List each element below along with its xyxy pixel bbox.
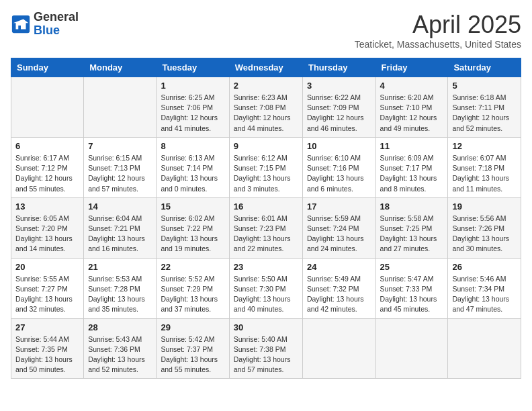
day-info: Sunrise: 6:02 AM Sunset: 7:22 PM Dayligh… — [161, 214, 224, 255]
calendar-cell: 30Sunrise: 5:40 AM Sunset: 7:38 PM Dayli… — [229, 318, 302, 379]
calendar-week-4: 20Sunrise: 5:55 AM Sunset: 7:27 PM Dayli… — [11, 258, 521, 318]
calendar-cell: 19Sunrise: 5:56 AM Sunset: 7:26 PM Dayli… — [448, 197, 521, 258]
day-number: 3 — [307, 81, 371, 91]
logo-blue-text: Blue — [34, 24, 79, 38]
day-number: 6 — [15, 141, 79, 151]
day-number: 5 — [452, 81, 517, 91]
calendar-cell: 27Sunrise: 5:44 AM Sunset: 7:35 PM Dayli… — [11, 318, 84, 379]
day-number: 30 — [234, 322, 298, 332]
calendar-cell: 10Sunrise: 6:10 AM Sunset: 7:16 PM Dayli… — [302, 137, 375, 197]
calendar-cell: 13Sunrise: 6:05 AM Sunset: 7:20 PM Dayli… — [11, 197, 84, 258]
header-day-tuesday: Tuesday — [157, 58, 229, 77]
day-number: 13 — [15, 201, 79, 212]
logo-general-text: General — [34, 11, 79, 24]
calendar-cell: 23Sunrise: 5:50 AM Sunset: 7:30 PM Dayli… — [229, 258, 302, 318]
day-number: 26 — [452, 262, 517, 272]
day-info: Sunrise: 5:40 AM Sunset: 7:38 PM Dayligh… — [234, 334, 298, 375]
day-number: 29 — [161, 322, 224, 332]
calendar-week-2: 6Sunrise: 6:17 AM Sunset: 7:12 PM Daylig… — [11, 137, 521, 197]
header-day-monday: Monday — [84, 58, 157, 77]
calendar-cell: 26Sunrise: 5:46 AM Sunset: 7:34 PM Dayli… — [448, 258, 521, 318]
day-number: 17 — [307, 201, 371, 212]
day-number: 23 — [234, 262, 298, 272]
calendar-cell — [375, 318, 448, 379]
calendar-cell: 7Sunrise: 6:15 AM Sunset: 7:13 PM Daylig… — [84, 137, 157, 197]
calendar-cell: 6Sunrise: 6:17 AM Sunset: 7:12 PM Daylig… — [11, 137, 84, 197]
day-number: 11 — [380, 141, 444, 151]
day-number: 15 — [161, 201, 224, 212]
day-number: 19 — [452, 201, 517, 212]
day-info: Sunrise: 5:46 AM Sunset: 7:34 PM Dayligh… — [452, 274, 517, 315]
day-info: Sunrise: 6:22 AM Sunset: 7:09 PM Dayligh… — [307, 93, 371, 134]
day-info: Sunrise: 6:07 AM Sunset: 7:18 PM Dayligh… — [452, 153, 517, 194]
day-info: Sunrise: 5:43 AM Sunset: 7:36 PM Dayligh… — [88, 334, 152, 375]
calendar-week-1: 1Sunrise: 6:25 AM Sunset: 7:06 PM Daylig… — [11, 77, 521, 138]
day-info: Sunrise: 6:18 AM Sunset: 7:11 PM Dayligh… — [452, 93, 517, 134]
header-day-friday: Friday — [375, 58, 448, 77]
calendar-cell: 29Sunrise: 5:42 AM Sunset: 7:37 PM Dayli… — [157, 318, 229, 379]
day-info: Sunrise: 5:49 AM Sunset: 7:32 PM Dayligh… — [307, 274, 371, 315]
calendar-cell: 28Sunrise: 5:43 AM Sunset: 7:36 PM Dayli… — [84, 318, 157, 379]
calendar-cell: 14Sunrise: 6:04 AM Sunset: 7:21 PM Dayli… — [84, 197, 157, 258]
header-row: SundayMondayTuesdayWednesdayThursdayFrid… — [11, 58, 521, 77]
day-number: 4 — [380, 81, 444, 91]
day-info: Sunrise: 6:12 AM Sunset: 7:15 PM Dayligh… — [234, 153, 298, 194]
day-number: 7 — [88, 141, 152, 151]
calendar-cell: 5Sunrise: 6:18 AM Sunset: 7:11 PM Daylig… — [448, 77, 521, 138]
day-info: Sunrise: 6:01 AM Sunset: 7:23 PM Dayligh… — [234, 214, 298, 255]
logo-text: General Blue — [34, 11, 79, 38]
location-text: Teaticket, Massachusetts, United States — [355, 39, 521, 50]
day-info: Sunrise: 6:10 AM Sunset: 7:16 PM Dayligh… — [307, 153, 371, 194]
day-info: Sunrise: 5:56 AM Sunset: 7:26 PM Dayligh… — [452, 214, 517, 255]
calendar-cell: 25Sunrise: 5:47 AM Sunset: 7:33 PM Dayli… — [375, 258, 448, 318]
day-info: Sunrise: 6:20 AM Sunset: 7:10 PM Dayligh… — [380, 93, 444, 134]
calendar-cell: 12Sunrise: 6:07 AM Sunset: 7:18 PM Dayli… — [448, 137, 521, 197]
calendar-cell: 17Sunrise: 5:59 AM Sunset: 7:24 PM Dayli… — [302, 197, 375, 258]
page-header: General Blue April 2025 Teaticket, Massa… — [11, 11, 521, 50]
day-info: Sunrise: 5:58 AM Sunset: 7:25 PM Dayligh… — [380, 214, 444, 255]
day-number: 14 — [88, 201, 152, 212]
day-number: 12 — [452, 141, 517, 151]
calendar-cell: 24Sunrise: 5:49 AM Sunset: 7:32 PM Dayli… — [302, 258, 375, 318]
calendar-week-3: 13Sunrise: 6:05 AM Sunset: 7:20 PM Dayli… — [11, 197, 521, 258]
calendar-cell: 18Sunrise: 5:58 AM Sunset: 7:25 PM Dayli… — [375, 197, 448, 258]
logo: General Blue — [11, 11, 79, 38]
day-info: Sunrise: 5:59 AM Sunset: 7:24 PM Dayligh… — [307, 214, 371, 255]
day-info: Sunrise: 6:13 AM Sunset: 7:14 PM Dayligh… — [161, 153, 224, 194]
day-info: Sunrise: 5:42 AM Sunset: 7:37 PM Dayligh… — [161, 334, 224, 375]
day-info: Sunrise: 6:17 AM Sunset: 7:12 PM Dayligh… — [15, 153, 79, 194]
calendar-cell: 9Sunrise: 6:12 AM Sunset: 7:15 PM Daylig… — [229, 137, 302, 197]
header-day-sunday: Sunday — [11, 58, 84, 77]
day-info: Sunrise: 6:25 AM Sunset: 7:06 PM Dayligh… — [161, 93, 224, 134]
month-title: April 2025 — [355, 11, 521, 39]
calendar-week-5: 27Sunrise: 5:44 AM Sunset: 7:35 PM Dayli… — [11, 318, 521, 379]
day-number: 25 — [380, 262, 444, 272]
header-day-wednesday: Wednesday — [229, 58, 302, 77]
calendar-cell — [448, 318, 521, 379]
day-info: Sunrise: 6:23 AM Sunset: 7:08 PM Dayligh… — [234, 93, 298, 134]
day-number: 9 — [234, 141, 298, 151]
day-number: 28 — [88, 322, 152, 332]
day-info: Sunrise: 5:44 AM Sunset: 7:35 PM Dayligh… — [15, 334, 79, 375]
header-day-thursday: Thursday — [302, 58, 375, 77]
calendar-header: SundayMondayTuesdayWednesdayThursdayFrid… — [11, 58, 521, 77]
day-number: 20 — [15, 262, 79, 272]
calendar-cell: 2Sunrise: 6:23 AM Sunset: 7:08 PM Daylig… — [229, 77, 302, 138]
calendar-cell — [84, 77, 157, 138]
calendar-cell: 16Sunrise: 6:01 AM Sunset: 7:23 PM Dayli… — [229, 197, 302, 258]
day-info: Sunrise: 6:04 AM Sunset: 7:21 PM Dayligh… — [88, 214, 152, 255]
day-number: 1 — [161, 81, 224, 91]
day-info: Sunrise: 6:15 AM Sunset: 7:13 PM Dayligh… — [88, 153, 152, 194]
calendar-cell: 11Sunrise: 6:09 AM Sunset: 7:17 PM Dayli… — [375, 137, 448, 197]
calendar-cell: 8Sunrise: 6:13 AM Sunset: 7:14 PM Daylig… — [157, 137, 229, 197]
calendar-cell: 1Sunrise: 6:25 AM Sunset: 7:06 PM Daylig… — [157, 77, 229, 138]
calendar-cell: 21Sunrise: 5:53 AM Sunset: 7:28 PM Dayli… — [84, 258, 157, 318]
calendar-cell — [302, 318, 375, 379]
day-number: 18 — [380, 201, 444, 212]
day-number: 24 — [307, 262, 371, 272]
logo-icon — [11, 14, 31, 34]
day-number: 27 — [15, 322, 79, 332]
day-number: 16 — [234, 201, 298, 212]
day-info: Sunrise: 5:55 AM Sunset: 7:27 PM Dayligh… — [15, 274, 79, 315]
day-number: 8 — [161, 141, 224, 151]
